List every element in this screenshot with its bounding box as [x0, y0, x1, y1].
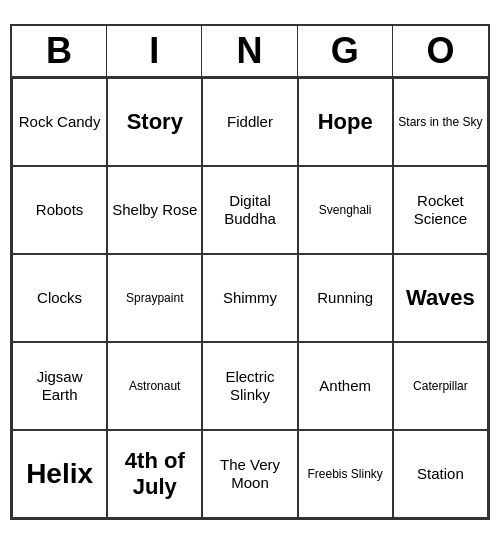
- cell-0: Rock Candy: [12, 78, 107, 166]
- cell-2: Fiddler: [202, 78, 297, 166]
- header-letter-o: O: [393, 26, 488, 76]
- cell-3: Hope: [298, 78, 393, 166]
- cell-7: Digital Buddha: [202, 166, 297, 254]
- cell-15: Jigsaw Earth: [12, 342, 107, 430]
- cell-9: Rocket Science: [393, 166, 488, 254]
- cell-13: Running: [298, 254, 393, 342]
- header-letter-g: G: [298, 26, 393, 76]
- header-letter-n: N: [202, 26, 297, 76]
- cell-5: Robots: [12, 166, 107, 254]
- cell-22: The Very Moon: [202, 430, 297, 518]
- cell-6: Shelby Rose: [107, 166, 202, 254]
- bingo-grid: Rock CandyStoryFiddlerHopeStars in the S…: [12, 78, 488, 518]
- cell-17: Electric Slinky: [202, 342, 297, 430]
- header-letter-b: B: [12, 26, 107, 76]
- cell-8: Svenghali: [298, 166, 393, 254]
- cell-4: Stars in the Sky: [393, 78, 488, 166]
- cell-18: Anthem: [298, 342, 393, 430]
- cell-11: Spraypaint: [107, 254, 202, 342]
- cell-23: Freebis Slinky: [298, 430, 393, 518]
- cell-20: Helix: [12, 430, 107, 518]
- cell-19: Caterpillar: [393, 342, 488, 430]
- cell-10: Clocks: [12, 254, 107, 342]
- bingo-header: BINGO: [12, 26, 488, 78]
- cell-16: Astronaut: [107, 342, 202, 430]
- cell-12: Shimmy: [202, 254, 297, 342]
- cell-24: Station: [393, 430, 488, 518]
- bingo-card: BINGO Rock CandyStoryFiddlerHopeStars in…: [10, 24, 490, 520]
- cell-14: Waves: [393, 254, 488, 342]
- cell-21: 4th of July: [107, 430, 202, 518]
- header-letter-i: I: [107, 26, 202, 76]
- cell-1: Story: [107, 78, 202, 166]
